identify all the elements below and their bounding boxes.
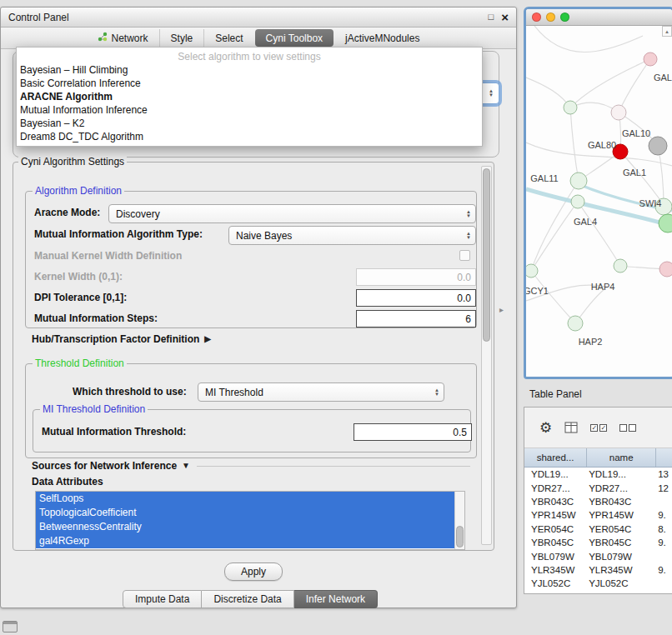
list-item-topologicalcoefficient[interactable]: TopologicalCoefficient [36, 506, 455, 520]
network-node-gal10[interactable] [649, 137, 667, 155]
close-window-icon[interactable]: × [501, 11, 509, 23]
network-node-gcy1[interactable] [526, 264, 538, 278]
column-header-shared-name[interactable]: shared... [524, 448, 587, 467]
which-threshold-value: MI Threshold [205, 387, 263, 398]
network-node-gal11[interactable] [570, 172, 587, 189]
cell-shared-name: YPR145W [524, 510, 587, 520]
table-toolbar: ⚙ ✓ ✓ [524, 408, 672, 448]
threshold-definition-title: Threshold Definition [33, 358, 127, 369]
tab-label: Style [171, 32, 193, 44]
close-traffic-light[interactable] [532, 12, 541, 22]
mi-threshold-group-title: MI Threshold Definition [40, 403, 148, 415]
collapsed-arrow-icon[interactable]: ▶ [204, 335, 211, 343]
table-row[interactable]: YER054C YER054C 8. [524, 522, 672, 536]
zoom-traffic-light[interactable] [560, 12, 569, 22]
algorithm-option-basic-correlation[interactable]: Basic Correlation Inference [17, 77, 482, 90]
network-node-hap4[interactable] [614, 259, 627, 272]
algorithm-option-mutual-information[interactable]: Mutual Information Inference [17, 103, 482, 117]
scrollbar-thumb[interactable] [483, 168, 490, 342]
cell-name: YBR045C [587, 538, 656, 548]
scrollbar-thumb[interactable] [456, 526, 464, 548]
table-row[interactable]: YDR27... YDR27... 12 [524, 481, 672, 494]
bottom-tab-bar: Impute Data Discretize Data Infer Networ… [123, 590, 378, 608]
panel-splitter-arrow-icon[interactable]: ▸ [499, 305, 504, 314]
network-node-gal4[interactable] [571, 195, 584, 208]
unchecked-boxes-icon[interactable] [619, 424, 636, 432]
list-item-selfloops[interactable]: SelfLoops [36, 492, 455, 506]
apply-button[interactable]: Apply [224, 562, 283, 581]
tab-impute-data[interactable]: Impute Data [123, 590, 202, 608]
cell-name: YBR043C [587, 497, 656, 507]
tab-infer-network[interactable]: Infer Network [294, 590, 378, 608]
algorithm-option-bayesian-k2[interactable]: Bayesian – K2 [17, 117, 482, 130]
settings-group-title: Cyni Algorithm Settings [18, 156, 127, 168]
cell-value: 9. [656, 565, 672, 575]
mi-steps-input[interactable]: 6 [356, 310, 476, 328]
cell-shared-name: YDL19... [524, 469, 587, 479]
tab-label: jActiveMNodules [345, 32, 419, 44]
algorithm-dropdown-popup: Select algorithm to view settings Bayesi… [16, 47, 483, 147]
table-row[interactable]: YBR045C YBR045C 9. [524, 536, 672, 549]
kernel-width-input[interactable]: 0.0 [356, 268, 476, 286]
manual-kernel-width-checkbox[interactable] [459, 250, 470, 261]
table-row[interactable]: YPR145W YPR145W 9. [524, 508, 672, 522]
algorithm-option-dream8[interactable]: Dream8 DC_TDC Algorithm [17, 130, 482, 143]
sources-label: Sources for Network Inference [32, 460, 177, 472]
algorithm-option-bayesian-hill-climbing[interactable]: Bayesian – Hill Climbing [17, 63, 482, 77]
tab-select[interactable]: Select [203, 29, 253, 47]
list-scrollbar[interactable] [454, 492, 464, 549]
control-panel-titlebar[interactable]: Control Panel □ × [1, 8, 516, 28]
tab-style[interactable]: Style [159, 29, 204, 47]
network-canvas[interactable]: GAL80 GAL10 GAL11 GAL1 SWI4 GAL4 GCY1 HA… [526, 26, 672, 377]
network-node[interactable] [644, 52, 657, 66]
columns-icon[interactable] [564, 422, 578, 433]
cell-value: 8. [656, 524, 672, 534]
list-item-gal4rgexp[interactable]: gal4RGexp [36, 534, 455, 548]
data-attributes-list[interactable]: SelfLoops TopologicalCoefficient Between… [35, 491, 465, 550]
table-row[interactable]: YBR043C YBR043C [524, 495, 672, 508]
network-window-titlebar[interactable] [526, 9, 672, 26]
node-label: GAL1 [623, 168, 646, 178]
table-row[interactable]: YDL19... YDL19... 13 [524, 468, 672, 481]
algorithm-option-aracne[interactable]: ARACNE Algorithm [17, 90, 482, 103]
table-row[interactable]: YLR345W YLR345W 9. [524, 563, 672, 577]
network-node[interactable] [659, 214, 672, 232]
checked-box: ✓ [599, 424, 607, 432]
list-item-betweennesscentrality[interactable]: BetweennessCentrality [36, 520, 455, 534]
tab-network[interactable]: Network [87, 29, 159, 47]
column-header-name[interactable]: name [587, 448, 656, 467]
network-node[interactable] [659, 262, 672, 277]
dpi-tolerance-label: DPI Tolerance [0,1]: [34, 292, 127, 303]
collapsed-panel-icon[interactable] [3, 621, 18, 632]
expanded-arrow-icon[interactable]: ▼ [182, 462, 190, 470]
network-node[interactable] [611, 105, 626, 120]
network-node[interactable] [564, 101, 577, 114]
tab-cyni-toolbox[interactable]: Cyni Toolbox [255, 29, 333, 47]
mi-algorithm-type-combo[interactable]: Naive Bayes ▲▼ [228, 226, 476, 245]
node-label: GAL80 [588, 140, 616, 150]
checked-boxes-icon[interactable]: ✓ ✓ [590, 424, 607, 432]
gear-icon[interactable]: ⚙ [539, 421, 552, 435]
table-row[interactable]: YBL079W YBL079W [524, 549, 672, 562]
cell-shared-name: YBL079W [524, 552, 587, 562]
tab-jactivemnodules[interactable]: jActiveMNodules [334, 29, 430, 47]
aracne-mode-label: Aracne Mode: [34, 207, 100, 218]
scroll-up-button[interactable]: ▲ [662, 26, 672, 37]
table-row[interactable]: YJL052C YJL052C [524, 577, 672, 590]
float-window-icon[interactable]: □ [489, 12, 494, 22]
tab-discretize-data[interactable]: Discretize Data [202, 590, 293, 608]
scroll-up-icon: ▲ [664, 29, 669, 34]
mi-threshold-input[interactable]: 0.5 [354, 423, 472, 441]
hub-definition-section[interactable]: Hub/Transcription Factor Definition ▶ [32, 332, 211, 346]
window-buttons: □ × [489, 11, 509, 23]
which-threshold-combo[interactable]: MI Threshold ▲▼ [198, 382, 444, 402]
network-node-hap2[interactable] [568, 316, 583, 331]
cell-name: YBL079W [587, 552, 656, 562]
minimize-traffic-light[interactable] [546, 12, 555, 22]
combo-arrows-icon: ▲▼ [466, 232, 471, 240]
dpi-tolerance-input[interactable]: 0.0 [356, 289, 476, 307]
column-header-extra[interactable] [656, 448, 672, 467]
sources-section[interactable]: Sources for Network Inference ▼ [32, 459, 470, 472]
settings-scrollbar[interactable] [481, 166, 492, 545]
aracne-mode-combo[interactable]: Discovery ▲▼ [108, 204, 476, 223]
